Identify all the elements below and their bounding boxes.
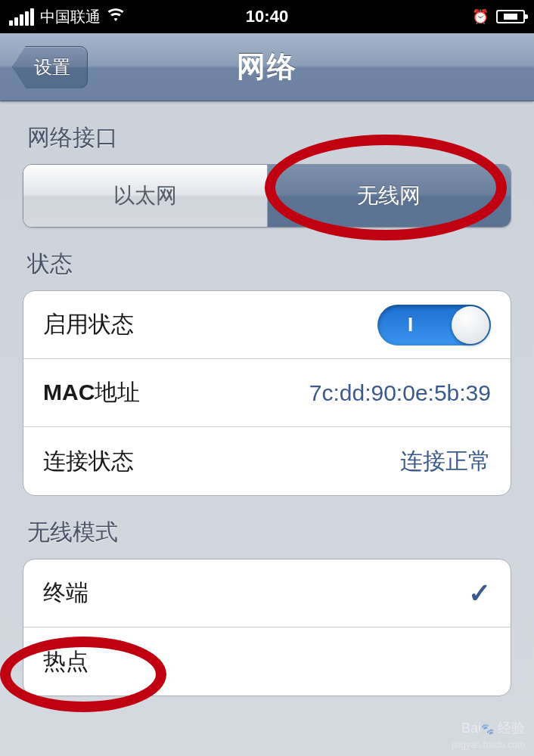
row-conn-label: 连接状态 [43, 446, 134, 477]
row-terminal-label: 终端 [43, 578, 88, 609]
content-scroll[interactable]: 网络接口 以太网 无线网 状态 启用状态 I MAC地址 7c:dd:90:0e… [0, 101, 534, 756]
section-header-interface: 网络接口 [0, 101, 534, 164]
wifi-icon [107, 6, 125, 28]
alarm-icon: ⏰ [472, 8, 489, 25]
page-title: 网络 [237, 48, 297, 86]
status-bar: 中国联通 10:40 ⏰ [0, 0, 534, 33]
status-right: ⏰ [472, 8, 525, 25]
status-left: 中国联通 [9, 6, 125, 28]
row-mac-value: 7c:dd:90:0e:5b:39 [309, 380, 491, 406]
segment-ethernet[interactable]: 以太网 [23, 165, 268, 227]
back-button-label: 设置 [34, 55, 70, 79]
checkmark-icon: ✓ [468, 578, 491, 609]
row-terminal[interactable]: 终端 ✓ [23, 559, 511, 627]
carrier-label: 中国联通 [40, 7, 101, 27]
signal-icon [9, 8, 34, 26]
row-enable-status: 启用状态 I [23, 291, 511, 359]
row-mac-address: MAC地址 7c:dd:90:0e:5b:39 [23, 359, 511, 427]
row-enable-label: 启用状态 [43, 309, 134, 340]
segment-wireless[interactable]: 无线网 [268, 165, 511, 227]
enable-toggle[interactable]: I [377, 305, 491, 345]
status-time: 10:40 [246, 7, 288, 26]
segment-ethernet-label: 以太网 [113, 181, 177, 210]
segment-wireless-label: 无线网 [357, 181, 421, 210]
row-mac-label: MAC地址 [43, 377, 140, 408]
row-hotspot-label: 热点 [43, 646, 88, 677]
watermark: Bai🐾 经验 jingyan.baidu.com [452, 721, 525, 751]
battery-icon [496, 10, 525, 23]
table-status: 启用状态 I MAC地址 7c:dd:90:0e:5b:39 连接状态 连接正常 [23, 290, 511, 496]
row-conn-value: 连接正常 [400, 446, 491, 477]
row-connection-status: 连接状态 连接正常 [23, 427, 511, 495]
section-header-wireless-mode: 无线模式 [0, 496, 534, 559]
back-button[interactable]: 设置 [12, 46, 88, 88]
nav-header: 设置 网络 [0, 33, 534, 101]
toggle-on-label: I [408, 313, 413, 336]
table-wireless-mode: 终端 ✓ 热点 [23, 559, 511, 696]
row-hotspot[interactable]: 热点 [23, 627, 511, 696]
toggle-knob-icon [452, 306, 489, 344]
section-header-status: 状态 [0, 228, 534, 290]
segmented-interface: 以太网 无线网 [23, 164, 511, 228]
